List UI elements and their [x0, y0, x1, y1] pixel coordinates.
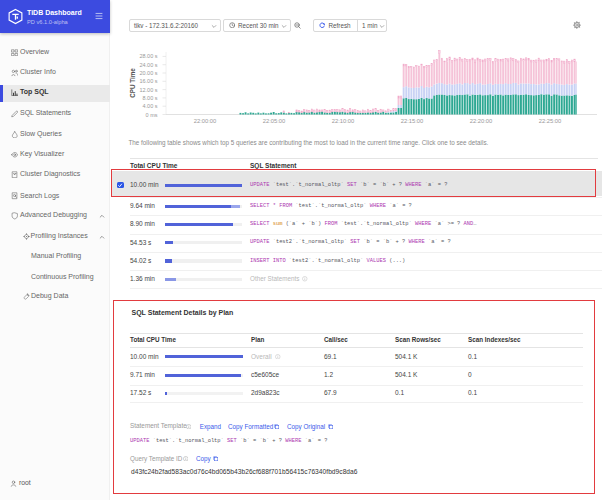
svg-text:22:15:00: 22:15:00	[401, 118, 424, 124]
svg-text:22:00:00: 22:00:00	[194, 118, 217, 124]
svg-text:22:25:00: 22:25:00	[539, 118, 562, 124]
svg-text:4.00 s: 4.00 s	[143, 103, 158, 109]
svg-text:20.00 s: 20.00 s	[139, 70, 157, 76]
svg-text:24.00 s: 24.00 s	[139, 62, 157, 68]
svg-text:22:20:00: 22:20:00	[470, 118, 493, 124]
svg-text:22:10:00: 22:10:00	[332, 118, 355, 124]
svg-text:12.00 s: 12.00 s	[139, 87, 157, 93]
svg-text:28.00 s: 28.00 s	[139, 53, 157, 59]
svg-text:0 ms: 0 ms	[146, 112, 158, 118]
svg-text:CPU Time: CPU Time	[129, 68, 136, 98]
svg-text:8.00 s: 8.00 s	[143, 95, 158, 101]
svg-text:22:05:00: 22:05:00	[263, 118, 286, 124]
svg-text:16.00 s: 16.00 s	[139, 78, 157, 84]
